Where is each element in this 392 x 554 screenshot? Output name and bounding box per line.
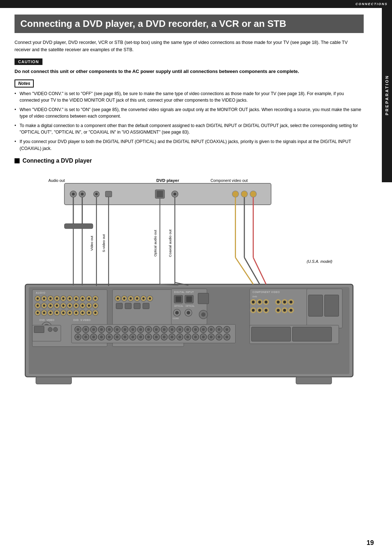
svg-point-31 xyxy=(37,297,39,300)
svg-point-59 xyxy=(62,305,65,307)
svg-point-13 xyxy=(241,191,248,197)
heading-square-icon xyxy=(15,158,20,163)
section-heading-text: Connecting a DVD player xyxy=(23,158,92,164)
svg-point-65 xyxy=(82,305,84,307)
svg-point-221 xyxy=(179,336,181,339)
svg-point-229 xyxy=(210,336,213,339)
svg-point-61 xyxy=(69,305,71,307)
svg-line-245 xyxy=(236,258,253,285)
preparation-sidebar: PREPARATION xyxy=(382,8,392,182)
svg-point-171 xyxy=(139,328,142,331)
note-item-3: To make a digital connection to a compon… xyxy=(15,122,364,136)
svg-line-246 xyxy=(244,258,260,285)
svg-rect-105 xyxy=(116,303,123,309)
svg-point-11 xyxy=(173,193,176,196)
svg-point-53 xyxy=(43,305,45,307)
component-video-section-label: COMPONENT VIDEO xyxy=(253,291,280,294)
diagram-container: DVD player Audio out Component video out xyxy=(15,170,364,395)
svg-point-79 xyxy=(62,312,65,314)
svg-point-233 xyxy=(225,336,228,339)
svg-point-104 xyxy=(149,297,151,300)
svg-point-47 xyxy=(88,297,90,300)
svg-point-231 xyxy=(218,336,221,339)
note-item-4: If you connect your DVD player to both t… xyxy=(15,138,364,152)
svg-point-43 xyxy=(75,297,77,300)
svg-point-77 xyxy=(56,312,58,314)
svg-point-165 xyxy=(116,328,119,331)
svg-point-195 xyxy=(77,336,79,339)
caution-box: CAUTION Do not connect this unit or othe… xyxy=(15,58,364,75)
svg-rect-150 xyxy=(34,326,44,333)
svg-rect-113 xyxy=(186,297,192,302)
svg-point-129 xyxy=(252,309,255,312)
svg-point-205 xyxy=(116,336,119,339)
main-content: Connecting a DVD player, a DVD recorder,… xyxy=(0,8,382,406)
svg-point-73 xyxy=(43,312,45,314)
svg-point-120 xyxy=(201,313,205,317)
svg-point-2 xyxy=(72,193,75,196)
svg-point-125 xyxy=(258,301,261,304)
svg-point-175 xyxy=(155,328,158,331)
svg-rect-111 xyxy=(176,297,181,302)
svg-rect-237 xyxy=(36,377,72,384)
svg-point-169 xyxy=(131,328,134,331)
svg-rect-9 xyxy=(157,191,163,197)
optical2-label: OPTICAL xyxy=(185,305,195,307)
page-number: 19 xyxy=(367,539,374,547)
svg-point-137 xyxy=(283,301,286,304)
section-heading: Connecting a DVD player xyxy=(15,158,364,164)
page-title: Connecting a DVD player, a DVD recorder,… xyxy=(20,18,358,29)
svg-point-199 xyxy=(92,336,95,339)
svg-point-159 xyxy=(92,328,95,331)
svg-point-219 xyxy=(171,336,173,339)
svg-point-177 xyxy=(163,328,166,331)
svg-point-215 xyxy=(155,336,158,339)
notes-list: When "VIDEO CONV." is set to "OFF" (see … xyxy=(15,90,364,152)
svg-point-81 xyxy=(69,312,71,314)
header-bar: CONNECTIONS xyxy=(0,0,392,8)
svg-point-89 xyxy=(94,312,97,314)
svg-point-33 xyxy=(43,297,45,300)
sidebar-label: PREPARATION xyxy=(385,75,389,115)
svg-point-209 xyxy=(131,336,134,339)
svg-point-145 xyxy=(290,309,293,312)
svg-point-161 xyxy=(100,328,103,331)
svg-point-4 xyxy=(81,193,84,196)
svg-point-117 xyxy=(187,311,190,315)
coax-label: COAX xyxy=(173,317,179,319)
svg-rect-107 xyxy=(134,303,140,309)
note-item-1: When "VIDEO CONV." is set to "OFF" (see … xyxy=(15,90,364,104)
svg-rect-17 xyxy=(64,224,93,229)
svg-point-85 xyxy=(82,312,84,314)
svg-point-131 xyxy=(258,309,261,312)
usa-model-label: (U.S.A. model) xyxy=(307,259,332,264)
svg-point-39 xyxy=(62,297,65,300)
svg-point-55 xyxy=(49,305,52,307)
svg-point-173 xyxy=(147,328,150,331)
dvd2-label: DVD xyxy=(73,319,79,321)
svg-line-247 xyxy=(253,258,266,285)
caution-text: Do not connect this unit or other compon… xyxy=(15,68,364,75)
intro-paragraph: Connect your DVD player, DVD recorder, V… xyxy=(15,39,364,53)
svg-point-102 xyxy=(142,297,144,300)
svg-point-123 xyxy=(252,301,255,304)
diagram-area: DVD player Audio out Component video out xyxy=(15,170,364,395)
coaxial-audio-label: Coaxial audio out xyxy=(168,229,172,257)
svg-rect-106 xyxy=(125,303,131,309)
svg-point-139 xyxy=(290,301,293,304)
video-label: VIDEO xyxy=(46,319,54,321)
svg-point-141 xyxy=(277,309,279,312)
notes-label: Notes xyxy=(15,80,34,87)
video-out-label: Video out xyxy=(90,236,94,250)
svg-point-223 xyxy=(186,336,189,339)
audio-section-label: AUDIO xyxy=(36,292,46,294)
svg-rect-238 xyxy=(296,377,331,384)
svg-point-49 xyxy=(94,297,97,300)
svg-rect-7 xyxy=(105,191,112,197)
svg-point-83 xyxy=(75,312,77,314)
optical-audio-label: Optical audio out xyxy=(153,230,157,257)
svg-rect-147 xyxy=(309,295,323,317)
svg-point-12 xyxy=(232,191,239,197)
connection-diagram: DVD player Audio out Component video out xyxy=(15,170,364,395)
svg-rect-148 xyxy=(324,295,339,317)
